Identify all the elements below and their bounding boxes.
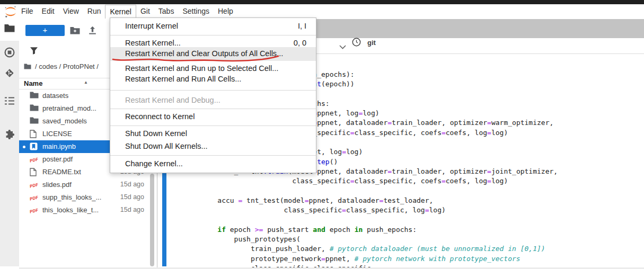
file-modified: 15d ago bbox=[120, 206, 144, 213]
menu-item-label: Shut Down Kernel bbox=[125, 129, 187, 138]
breadcrumb[interactable]: / codes / ProtoPNet / bbox=[24, 62, 99, 70]
menubar-item-help[interactable]: Help bbox=[214, 5, 237, 18]
menu-item-shortcut: I, I bbox=[298, 22, 306, 30]
file-name: datasets bbox=[42, 92, 68, 100]
menu-separator bbox=[110, 90, 316, 91]
pdf-icon: PDF bbox=[29, 208, 39, 214]
pdf-icon: PDF bbox=[30, 193, 39, 202]
folder-icon bbox=[30, 104, 39, 113]
pdf-icon: PDF bbox=[29, 182, 39, 189]
menu-item-label: Interrupt Kernel bbox=[125, 22, 178, 30]
menu-item-label: Restart Kernel and Clear Outputs of All … bbox=[125, 49, 283, 58]
file-name: LICENSE bbox=[42, 130, 72, 138]
kernel-menu-dropdown: Interrupt KernelI, IRestart Kernel...0, … bbox=[110, 17, 316, 173]
pdf-icon: PDF bbox=[30, 155, 39, 164]
file-browser-icon[interactable] bbox=[4, 24, 15, 34]
breadcrumb-path[interactable]: / codes / ProtoPNet / bbox=[35, 62, 99, 70]
pdf-icon: PDF bbox=[29, 195, 39, 202]
menu-item-label: Restart Kernel... bbox=[125, 39, 181, 47]
git-sidebar-icon[interactable] bbox=[4, 68, 15, 80]
menu-item-label: Restart Kernel and Run All Cells... bbox=[125, 75, 241, 83]
menubar-item-edit[interactable]: Edit bbox=[38, 5, 59, 18]
table-of-contents-icon[interactable] bbox=[4, 96, 15, 107]
menu-item-label: Restart Kernel and Run up to Selected Ce… bbox=[125, 64, 278, 73]
file-modified: 15d ago bbox=[120, 193, 144, 201]
file-name: this_looks_like_t... bbox=[42, 206, 99, 214]
menu-item-shut-down-all-kernels[interactable]: Shut Down All Kernels... bbox=[110, 140, 316, 154]
running-kernels-icon[interactable] bbox=[4, 47, 15, 60]
menu-separator bbox=[110, 125, 316, 126]
file-name: main.ipynb bbox=[42, 142, 76, 150]
pdf-icon: PDF bbox=[30, 181, 39, 189]
name-column-header[interactable]: Name bbox=[24, 79, 42, 87]
file-name: slides.pdf bbox=[42, 181, 72, 189]
menubar-item-settings[interactable]: Settings bbox=[178, 5, 214, 18]
menubar-item-run[interactable]: Run bbox=[83, 5, 105, 18]
chevron-down-icon[interactable] bbox=[339, 42, 346, 51]
file-name: pretrained_mod... bbox=[42, 104, 96, 112]
new-folder-icon[interactable] bbox=[70, 26, 80, 37]
menu-item-reconnect-to-kernel[interactable]: Reconnect to Kernel bbox=[110, 110, 316, 124]
menu-separator bbox=[110, 155, 316, 156]
file-name: saved_models bbox=[42, 117, 87, 125]
clock-icon[interactable] bbox=[352, 38, 361, 49]
menu-item-label: Restart Kernel and Debug... bbox=[125, 96, 220, 104]
menu-item-interrupt-kernel[interactable]: Interrupt KernelI, I bbox=[110, 20, 316, 33]
upload-icon[interactable] bbox=[88, 26, 97, 37]
menu-bar: FileEditViewRunKernelGitTabsSettingsHelp bbox=[0, 4, 644, 19]
kernel-running-dot bbox=[23, 146, 25, 148]
pdf-icon: PDF bbox=[29, 157, 39, 164]
menu-item-label: Shut Down All Kernels... bbox=[125, 142, 208, 150]
menu-item-label: Change Kernel... bbox=[125, 159, 183, 168]
menu-item-change-kernel[interactable]: Change Kernel... bbox=[110, 157, 316, 171]
menu-item-restart-kernel-and-debug: Restart Kernel and Debug... bbox=[110, 94, 316, 107]
folder-icon bbox=[30, 117, 39, 125]
file-row-slides-pdf[interactable]: PDFslides.pdf15d ago bbox=[19, 178, 157, 191]
menubar-item-tabs[interactable]: Tabs bbox=[154, 5, 179, 18]
sort-ascending-icon[interactable]: ▲ bbox=[84, 80, 88, 85]
menu-item-label: Reconnect to Kernel bbox=[125, 112, 195, 121]
menu-item-shortcut: 0, 0 bbox=[294, 39, 306, 47]
filter-icon[interactable] bbox=[30, 47, 38, 57]
notebook-icon bbox=[30, 142, 39, 151]
menubar-item-view[interactable]: View bbox=[59, 5, 83, 18]
window-top-edge bbox=[0, 0, 644, 4]
pdf-icon: PDF bbox=[30, 206, 39, 214]
breadcrumb-folder-icon bbox=[24, 64, 31, 69]
menu-separator bbox=[110, 35, 316, 35]
folder-icon bbox=[30, 92, 39, 100]
file-name: README.txt bbox=[42, 168, 81, 176]
menubar-item-file[interactable]: File bbox=[17, 5, 38, 18]
file-row-supp-this-looks-[interactable]: PDFsupp_this_looks_...15d ago bbox=[19, 191, 157, 204]
jupyterlab-window: FileEditViewRunKernelGitTabsSettingsHelp… bbox=[0, 0, 644, 269]
file-modified: 15d ago bbox=[120, 181, 144, 188]
git-toolbar-button[interactable]: git bbox=[367, 39, 376, 47]
extensions-icon[interactable] bbox=[4, 129, 15, 142]
menu-item-restart-kernel-and-clear-outputs-of-all-cells[interactable]: Restart Kernel and Clear Outputs of All … bbox=[110, 47, 316, 61]
file-row-this-looks-like-t-[interactable]: PDFthis_looks_like_t...15d ago bbox=[19, 204, 157, 217]
menubar-item-kernel[interactable]: Kernel bbox=[105, 5, 136, 19]
file-icon bbox=[30, 168, 39, 176]
file-icon bbox=[30, 130, 39, 138]
file-name: poster.pdf bbox=[42, 155, 73, 163]
menubar-item-git[interactable]: Git bbox=[136, 5, 154, 18]
jupyter-logo-icon bbox=[4, 5, 17, 21]
menu-separator bbox=[110, 109, 316, 109]
menu-item-shut-down-kernel[interactable]: Shut Down Kernel bbox=[110, 127, 316, 141]
menu-item-restart-kernel-and-run-all-cells[interactable]: Restart Kernel and Run All Cells... bbox=[110, 73, 316, 86]
file-name: supp_this_looks_... bbox=[42, 193, 101, 201]
file-browser-scrollbar[interactable] bbox=[150, 174, 154, 266]
menu-bar-items: FileEditViewRunKernelGitTabsSettingsHelp bbox=[17, 5, 237, 19]
new-launcher-button[interactable]: + bbox=[25, 25, 65, 36]
